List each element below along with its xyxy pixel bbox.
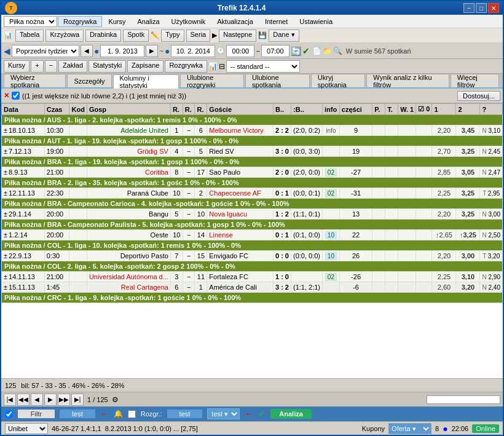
expand-btn[interactable]: ± bbox=[4, 189, 7, 197]
footer-test2[interactable]: test bbox=[167, 410, 203, 418]
tabela-button[interactable]: Tabela bbox=[15, 30, 44, 42]
scroll-track[interactable] bbox=[427, 395, 500, 404]
nav-prev1-button[interactable]: ◀ bbox=[31, 394, 43, 406]
analiza-button[interactable]: Analiza bbox=[270, 409, 312, 419]
nav-tilde: ~ bbox=[159, 47, 163, 55]
menu-uzytkownik[interactable]: Użytkownik bbox=[166, 16, 211, 27]
result-badge: N bbox=[482, 169, 486, 176]
oferta-select[interactable]: Oferta ▾ bbox=[388, 423, 431, 434]
nav-last-button[interactable]: ▶| bbox=[71, 394, 84, 406]
nav-back-button[interactable]: ◀ bbox=[81, 45, 93, 57]
table-row[interactable]: ±8.9.1321:00Coritiba8−17Sao Paulo2 : 0(2… bbox=[2, 167, 503, 178]
menu-internet[interactable]: Internet bbox=[259, 16, 293, 27]
spotk-button[interactable]: Spotk bbox=[123, 30, 149, 42]
filter-bar: ✕ ((1 jest większe niż lub równe 2,2) i … bbox=[1, 89, 503, 103]
footer-arrow-left2[interactable]: ← bbox=[245, 409, 253, 419]
footer-bell-icon: 🔔 bbox=[114, 410, 123, 418]
odds-1: 2,70 bbox=[438, 148, 451, 155]
dane-button[interactable]: Dane ▾ bbox=[269, 30, 299, 42]
menu-rozgrywka[interactable]: Rozgrywka bbox=[58, 16, 102, 27]
nav-first-button[interactable]: |◀ bbox=[4, 394, 16, 406]
expand-btn[interactable]: ± bbox=[4, 273, 7, 280]
filter-checkbox[interactable] bbox=[12, 92, 20, 100]
tab-ulubione-rozgrywki[interactable]: Ulubione rozgrywki bbox=[180, 74, 244, 87]
expand-btn[interactable]: ± bbox=[4, 210, 7, 218]
provider-select[interactable]: Unibet bbox=[5, 423, 48, 434]
table-row[interactable]: ±15.11.131:45Real Cartagena6−1América de… bbox=[2, 282, 503, 293]
page-count: 125 bbox=[5, 382, 16, 389]
nastepne-button[interactable]: Następne bbox=[219, 30, 256, 42]
table-row[interactable]: ±14.11.1321:00Universidad Autónoma d...3… bbox=[2, 272, 503, 282]
tab-wynik[interactable]: Wynik analiz z kilku filtrów bbox=[366, 74, 449, 87]
tab-ukryj[interactable]: Ukryj spotkania bbox=[311, 74, 366, 87]
nav-forward-button[interactable]: ▶ bbox=[146, 45, 158, 57]
statystyki-button[interactable]: Statystyki bbox=[89, 60, 126, 73]
typy-button[interactable]: Typy bbox=[161, 30, 184, 42]
table-container[interactable]: Data Czas Kod Gosp R. R. R. Goście B.. :… bbox=[1, 103, 503, 378]
table-row[interactable]: ±22.9.130:30Deportivo Pasto7−15Envigado … bbox=[2, 251, 503, 261]
footer-arrow-left[interactable]: ← bbox=[100, 409, 109, 419]
tab-wiecej[interactable]: Więcej filtrów bbox=[451, 74, 499, 87]
online-badge: Online bbox=[472, 424, 499, 433]
tab-kolumny[interactable]: Kolumny i statystyki bbox=[113, 74, 179, 89]
nav-next1-button[interactable]: ▶ bbox=[44, 394, 57, 406]
footer-test2-select[interactable]: test ▾ bbox=[207, 408, 240, 419]
filter-close-button[interactable]: ✕ bbox=[4, 92, 9, 100]
footer-test1[interactable]: test bbox=[60, 410, 95, 418]
time-from-input[interactable] bbox=[226, 45, 254, 57]
plus-button[interactable]: + bbox=[31, 60, 43, 73]
date-to-input[interactable] bbox=[171, 45, 215, 57]
menu-aktualizacja[interactable]: Aktualizacja bbox=[211, 16, 259, 27]
expand-btn[interactable]: ± bbox=[4, 148, 7, 155]
table-row[interactable]: ±29.1.1420:00Bangu5−10Nova Iguacu1 : 2(1… bbox=[2, 209, 503, 220]
menu-ustawienia[interactable]: Ustawienia bbox=[294, 16, 338, 27]
header-czas: Czas bbox=[44, 104, 69, 115]
badge-02: 02 bbox=[325, 189, 337, 197]
menu-kursy[interactable]: Kursy bbox=[103, 16, 131, 27]
expand-btn[interactable]: ± bbox=[4, 252, 7, 260]
tab-szczegoly[interactable]: Szczegóły bbox=[67, 74, 111, 87]
group-header-row: Piłka nożna / BRA - Campeonato Carioca -… bbox=[2, 199, 503, 209]
prev-week-select[interactable]: Poprzedni tydzień bbox=[12, 45, 79, 57]
score: 0 : 1 bbox=[275, 189, 289, 197]
expand-btn[interactable]: ± bbox=[4, 283, 7, 291]
table-row[interactable]: ±12.11.1322:30Paraná Clube10−2Chapecoens… bbox=[2, 188, 503, 199]
footer-filtr-check[interactable] bbox=[5, 410, 13, 418]
expand-btn[interactable]: ± bbox=[4, 231, 7, 239]
minus-button[interactable]: − bbox=[45, 60, 57, 73]
rozgrywka-button[interactable]: Rozgrywka bbox=[165, 60, 207, 73]
krzyzowa-button[interactable]: Krzyżowa bbox=[45, 30, 84, 42]
expand-btn[interactable]: ± bbox=[4, 168, 7, 176]
header-1: 1 bbox=[432, 104, 456, 115]
time-to-input[interactable] bbox=[261, 45, 289, 57]
kursy-button[interactable]: Kursy bbox=[4, 60, 30, 73]
maximize-button[interactable]: □ bbox=[476, 3, 487, 13]
drabinka-button[interactable]: Drabinka bbox=[85, 30, 121, 42]
header-2: 2 bbox=[456, 104, 480, 115]
dot-icon: ● bbox=[443, 424, 447, 434]
nav-next-button[interactable]: ▶▶ bbox=[58, 394, 70, 406]
expand-btn[interactable]: ± bbox=[4, 127, 7, 134]
date-from-input[interactable] bbox=[100, 45, 144, 57]
table-row[interactable]: ±1.2.1420:00Oeste10−14Linense0 : 1(0:1, … bbox=[2, 230, 503, 240]
header-p: P. bbox=[372, 104, 385, 115]
close-button[interactable]: ✕ bbox=[488, 3, 499, 13]
seria-button[interactable]: Seria bbox=[186, 30, 211, 42]
nav-prev-button[interactable]: ◀◀ bbox=[17, 394, 30, 406]
standard-select[interactable]: -- standard -- bbox=[226, 60, 300, 73]
menu-analiza[interactable]: Analiza bbox=[132, 16, 165, 27]
score: 0 : 1 bbox=[275, 231, 289, 239]
typy-icon: ✏️ bbox=[151, 31, 159, 39]
table-row[interactable]: ±18.10.1310:30Adelaide United1−6Melbourn… bbox=[2, 125, 503, 136]
tab-wybierz[interactable]: Wybierz spotkania bbox=[4, 74, 66, 87]
zaklad-button[interactable]: Zakład bbox=[58, 60, 87, 73]
footer-rozgr-check[interactable] bbox=[128, 410, 136, 418]
zapisane-button[interactable]: Zapisane bbox=[127, 60, 163, 73]
minimize-button[interactable]: − bbox=[463, 3, 474, 13]
sport-select[interactable]: Piłka nożna bbox=[4, 16, 57, 27]
table-row[interactable]: ±7.12.1319:00Grödig SV4−5Ried SV3 : 0(0:… bbox=[2, 146, 503, 157]
dostosuj-button[interactable]: Dostosuj... bbox=[457, 91, 500, 101]
time-text: 22:06 bbox=[452, 425, 469, 432]
tab-ulubione-spotkania[interactable]: Ulubione spotkania bbox=[245, 74, 310, 87]
badge-10: 10 bbox=[325, 252, 337, 260]
